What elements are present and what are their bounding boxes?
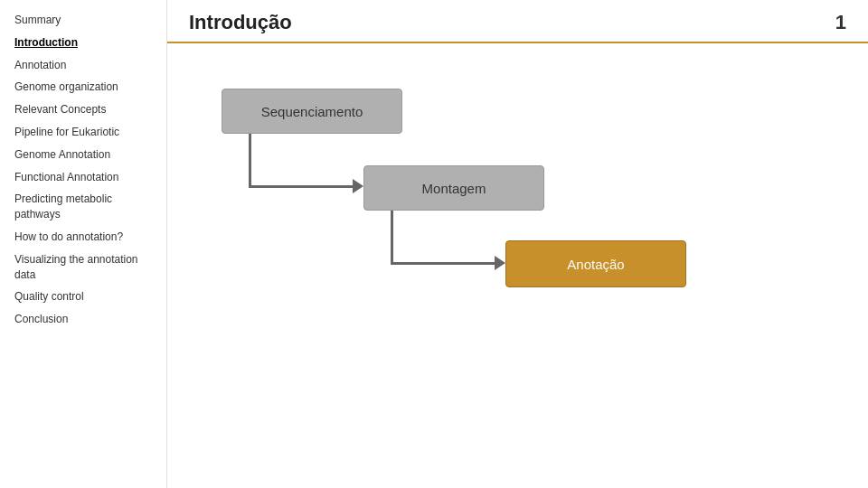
sidebar-item-introduction[interactable]: Introduction — [0, 32, 166, 54]
sidebar-item-predicting-metabolic[interactable]: Predicting metabolic pathways — [0, 188, 166, 226]
arrow-h1 — [249, 185, 357, 188]
page-number: 1 — [835, 11, 846, 34]
sidebar-item-relevant-concepts[interactable]: Relevant Concepts — [0, 99, 166, 121]
sidebar-item-annotation[interactable]: Annotation — [0, 54, 166, 77]
sidebar-item-summary[interactable]: Summary — [0, 9, 166, 32]
sidebar-item-genome-annotation[interactable]: Genome Annotation — [0, 144, 166, 166]
sidebar-item-functional-annotation[interactable]: Functional Annotation — [0, 166, 166, 189]
sidebar-item-visualizing[interactable]: Visualizing the annotation data — [0, 249, 166, 286]
page-title: Introdução — [189, 11, 292, 34]
arrow-v1 — [249, 134, 251, 188]
sidebar: SummaryIntroductionAnnotationGenome orga… — [0, 0, 167, 488]
diagram-area: Sequenciamento Montagem Anotação — [167, 43, 868, 488]
arrow-h2 — [391, 262, 499, 265]
arrowhead-2 — [495, 256, 505, 270]
sequenciamento-label: Sequenciamento — [261, 104, 363, 119]
montagem-box: Montagem — [363, 165, 544, 211]
arrow-v2 — [391, 211, 393, 265]
anotacao-box: Anotação — [505, 240, 686, 287]
sidebar-item-how-to-do[interactable]: How to do annotation? — [0, 226, 166, 249]
main-content: Introdução 1 Sequenciamento Montagem Ano… — [167, 0, 868, 488]
sidebar-item-genome-organization[interactable]: Genome organization — [0, 76, 166, 99]
sidebar-item-pipeline-eukariotic[interactable]: Pipeline for Eukariotic — [0, 121, 166, 144]
arrowhead-1 — [353, 179, 363, 193]
sidebar-item-conclusion[interactable]: Conclusion — [0, 308, 166, 331]
anotacao-label: Anotação — [567, 257, 624, 272]
sidebar-item-quality-control[interactable]: Quality control — [0, 286, 166, 308]
header: Introdução 1 — [167, 0, 868, 43]
montagem-label: Montagem — [422, 181, 486, 196]
sequenciamento-box: Sequenciamento — [222, 89, 402, 134]
